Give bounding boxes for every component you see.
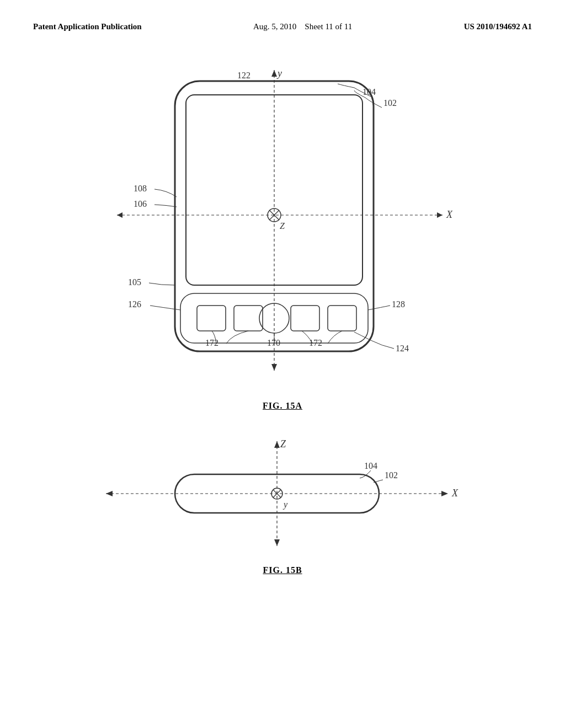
svg-marker-13 [271, 364, 277, 371]
svg-text:Z: Z [280, 438, 286, 449]
svg-rect-7 [328, 306, 356, 331]
svg-marker-38 [274, 539, 280, 546]
svg-rect-3 [197, 306, 226, 331]
svg-text:128: 128 [392, 299, 405, 309]
svg-text:170: 170 [267, 338, 280, 347]
fig15b-svg: Z X y 104 102 [89, 433, 476, 554]
header-date: Aug. 5, 2010 [253, 22, 296, 31]
svg-text:X: X [446, 209, 453, 220]
fig15b-label: FIG. 15B [263, 565, 302, 575]
svg-text:Z: Z [280, 221, 285, 231]
svg-text:124: 124 [396, 344, 409, 353]
page-header: Patent Application Publication Aug. 5, 2… [0, 0, 565, 31]
svg-rect-6 [291, 306, 319, 331]
fig15b-container: Z X y 104 102 [89, 433, 476, 554]
svg-marker-37 [274, 441, 280, 448]
svg-marker-12 [271, 70, 277, 77]
svg-text:105: 105 [128, 277, 141, 287]
svg-text:122: 122 [237, 71, 250, 80]
header-sheet: Sheet 11 of 11 [305, 22, 352, 31]
svg-marker-9 [437, 212, 443, 218]
svg-text:104: 104 [363, 87, 376, 97]
header-right: US 2010/194692 A1 [464, 22, 532, 31]
svg-text:y: y [276, 68, 282, 79]
svg-text:126: 126 [128, 299, 141, 309]
svg-text:X: X [451, 488, 459, 499]
svg-text:108: 108 [134, 184, 147, 193]
svg-text:172: 172 [309, 338, 322, 347]
svg-text:y: y [282, 500, 288, 510]
svg-text:106: 106 [134, 199, 147, 208]
svg-text:172: 172 [205, 338, 218, 347]
svg-text:102: 102 [385, 470, 398, 480]
svg-marker-10 [117, 212, 122, 218]
svg-rect-4 [234, 306, 263, 331]
header-center: Aug. 5, 2010 Sheet 11 of 11 [253, 22, 352, 31]
fig15a-container: y X Z 122 104 102 108 106 105 [89, 65, 476, 384]
svg-text:102: 102 [383, 98, 397, 108]
main-content: y X Z 122 104 102 108 106 105 [0, 31, 565, 581]
svg-marker-35 [106, 491, 113, 496]
svg-marker-34 [441, 491, 448, 496]
svg-text:104: 104 [364, 461, 377, 470]
fig15a-svg: y X Z 122 104 102 108 106 105 [89, 65, 476, 384]
fig15a-label: FIG. 15A [263, 401, 302, 411]
header-left: Patent Application Publication [33, 22, 142, 31]
